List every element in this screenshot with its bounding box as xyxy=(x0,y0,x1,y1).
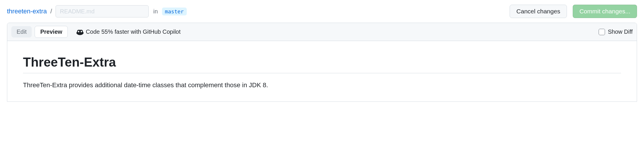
preview-heading: ThreeTen-Extra xyxy=(23,55,621,73)
copilot-promo[interactable]: Code 55% faster with GitHub Copilot xyxy=(77,28,181,35)
tab-preview[interactable]: Preview xyxy=(35,26,68,38)
show-diff-label: Show Diff xyxy=(608,28,633,35)
preview-paragraph: ThreeTen-Extra provides additional date-… xyxy=(23,80,621,90)
tab-edit[interactable]: Edit xyxy=(11,26,32,38)
breadcrumb-repo-link[interactable]: threeten-extra xyxy=(7,8,47,15)
filename-input[interactable] xyxy=(56,5,149,17)
in-label: in xyxy=(153,8,158,15)
show-diff-checkbox[interactable] xyxy=(599,29,605,35)
commit-button[interactable]: Commit changes... xyxy=(573,5,637,18)
topbar: threeten-extra / in master Cancel change… xyxy=(0,0,644,23)
breadcrumb-separator: / xyxy=(50,8,52,15)
preview-content: ThreeTen-Extra ThreeTen-Extra provides a… xyxy=(7,41,637,101)
copilot-icon xyxy=(77,28,83,35)
show-diff-toggle[interactable]: Show Diff xyxy=(599,28,633,35)
editor-frame: Edit Preview Code 55% faster with GitHub… xyxy=(7,23,637,102)
branch-badge[interactable]: master xyxy=(162,8,187,15)
tabbar: Edit Preview Code 55% faster with GitHub… xyxy=(7,23,637,41)
cancel-button[interactable]: Cancel changes xyxy=(510,5,567,18)
copilot-text: Code 55% faster with GitHub Copilot xyxy=(86,28,181,35)
